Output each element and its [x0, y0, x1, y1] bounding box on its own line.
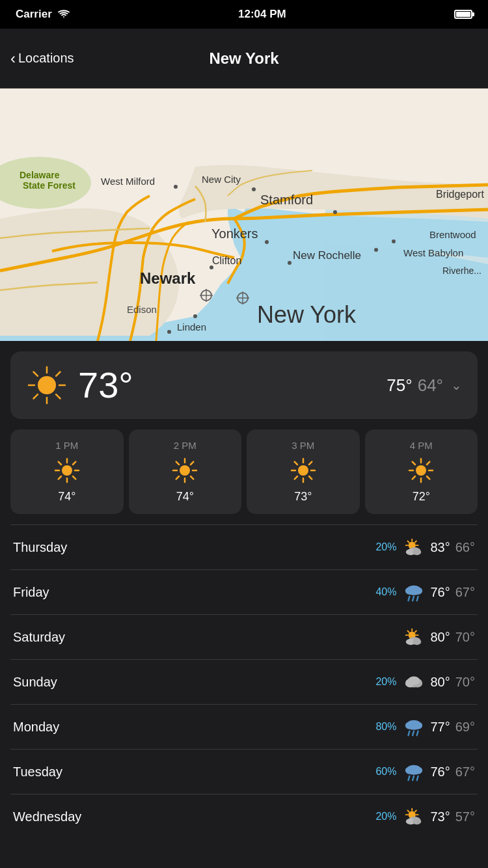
svg-line-57	[73, 462, 75, 465]
map-view[interactable]: Delaware State Forest West Milford New C…	[0, 88, 488, 341]
hour-label-2: 2 PM	[174, 440, 197, 451]
daily-day-friday: Friday	[13, 585, 130, 600]
chevron-down-icon[interactable]: ⌄	[451, 377, 462, 393]
svg-line-47	[56, 394, 60, 398]
daily-row-wednesday: Wednesday 20%	[10, 794, 478, 839]
svg-text:Brentwood: Brentwood	[429, 229, 476, 240]
daily-precip-friday: 40%	[361, 586, 397, 598]
daily-temps-tuesday: 76° 67°	[431, 765, 476, 780]
hour-temp-4: 72°	[413, 490, 430, 504]
svg-point-115	[407, 677, 420, 685]
svg-text:Riverhe...: Riverhe...	[442, 265, 481, 276]
svg-text:New York: New York	[257, 301, 357, 328]
daily-high-tuesday: 76°	[431, 765, 450, 780]
hour-card-2: 2 PM 74°	[129, 429, 242, 514]
svg-text:Yonkers: Yonkers	[211, 226, 258, 241]
daily-row-sunday: Sunday 20% 80° 70°	[10, 660, 478, 705]
rain-icon-monday	[403, 716, 424, 737]
svg-line-83	[427, 476, 429, 479]
battery-fill	[456, 12, 470, 17]
svg-line-102	[416, 597, 418, 601]
hour-label-4: 4 PM	[410, 440, 433, 451]
hour-sun-icon-4	[408, 457, 434, 483]
svg-point-117	[405, 722, 413, 729]
carrier-label: Carrier	[16, 8, 52, 21]
daily-right-friday: 40% 76° 67°	[361, 582, 476, 603]
battery-icon	[454, 10, 472, 19]
daily-right-monday: 80% 77° 69°	[361, 716, 476, 737]
daily-temps-sunday: 80° 70°	[431, 675, 476, 690]
daily-high-monday: 77°	[431, 720, 450, 735]
svg-point-9	[252, 187, 256, 191]
svg-line-64	[176, 462, 179, 465]
daily-right-sunday: 20% 80° 70°	[361, 671, 476, 692]
current-temperature: 73°	[78, 367, 133, 403]
daily-right-thursday: 20%	[361, 537, 476, 558]
daily-low-tuesday: 67°	[455, 765, 475, 780]
daily-row-friday: Friday 40% 76° 67°	[10, 570, 478, 615]
hour-label-3: 3 PM	[291, 440, 314, 451]
daily-temps-wednesday: 73° 57°	[431, 809, 476, 824]
svg-line-100	[408, 597, 409, 601]
daily-row-monday: Monday 80% 77° 69°	[10, 705, 478, 750]
daily-day-sunday: Sunday	[13, 675, 130, 690]
current-high: 75°	[386, 375, 412, 396]
svg-point-77	[416, 465, 426, 476]
svg-text:West Babylon: West Babylon	[403, 247, 463, 258]
daily-high-saturday: 80°	[431, 630, 450, 645]
svg-point-118	[414, 722, 422, 729]
svg-line-120	[413, 731, 414, 736]
hour-temp-1: 74°	[58, 490, 75, 504]
current-temp-card[interactable]: 73° 75° 64° ⌄	[10, 351, 478, 419]
current-temp-left: 73°	[26, 364, 133, 406]
daily-day-thursday: Thursday	[13, 540, 130, 555]
status-time: 12:04 PM	[238, 8, 286, 21]
partly-cloudy-sun-icon-thursday	[403, 537, 424, 558]
partly-cloudy-icon-wednesday	[403, 806, 424, 827]
svg-point-16	[288, 261, 291, 265]
daily-precip-wednesday: 20%	[361, 811, 397, 822]
daily-high-sunday: 80°	[431, 675, 450, 690]
daily-low-sunday: 70°	[455, 675, 475, 690]
hour-sun-icon-2	[172, 457, 198, 483]
svg-line-74	[309, 476, 312, 479]
daily-high-wednesday: 73°	[431, 809, 450, 824]
svg-line-67	[176, 476, 179, 479]
svg-point-22	[374, 248, 378, 252]
svg-point-123	[405, 766, 413, 774]
svg-line-119	[408, 731, 409, 736]
rain-icon-tuesday	[403, 761, 424, 782]
svg-text:New Rochelle: New Rochelle	[293, 249, 361, 262]
hour-card-3: 3 PM 73°	[247, 429, 360, 514]
svg-text:Stamford: Stamford	[260, 193, 313, 207]
svg-point-59	[180, 465, 190, 476]
page-title: New York	[209, 49, 278, 68]
daily-high-friday: 76°	[431, 585, 450, 600]
svg-line-125	[408, 776, 409, 781]
daily-temps-monday: 77° 69°	[431, 720, 476, 735]
current-temp-right: 75° 64° ⌄	[386, 375, 462, 396]
svg-point-99	[414, 587, 422, 594]
weather-content: 73° 75° 64° ⌄ 1 PM 74° 2 PM	[0, 351, 488, 839]
svg-line-126	[413, 776, 414, 781]
chevron-left-icon: ‹	[10, 51, 16, 66]
hour-label-1: 1 PM	[55, 440, 78, 451]
svg-point-124	[414, 766, 422, 774]
daily-precip-thursday: 20%	[361, 541, 397, 553]
rain-icon-friday	[403, 582, 424, 603]
daily-temps-thursday: 83° 66°	[431, 540, 476, 555]
svg-line-82	[413, 462, 415, 465]
svg-text:Linden: Linden	[177, 321, 206, 332]
svg-line-46	[34, 372, 38, 376]
svg-text:Bridgeport: Bridgeport	[436, 189, 484, 200]
svg-text:Clifton: Clifton	[212, 255, 241, 266]
daily-day-wednesday: Wednesday	[13, 809, 130, 824]
svg-point-50	[62, 465, 72, 476]
svg-line-101	[413, 597, 414, 601]
svg-line-132	[407, 810, 409, 811]
svg-point-7	[174, 185, 178, 189]
svg-point-136	[413, 819, 421, 824]
wifi-icon	[57, 8, 70, 20]
back-button[interactable]: ‹ Locations	[10, 51, 74, 66]
svg-point-68	[298, 465, 308, 476]
